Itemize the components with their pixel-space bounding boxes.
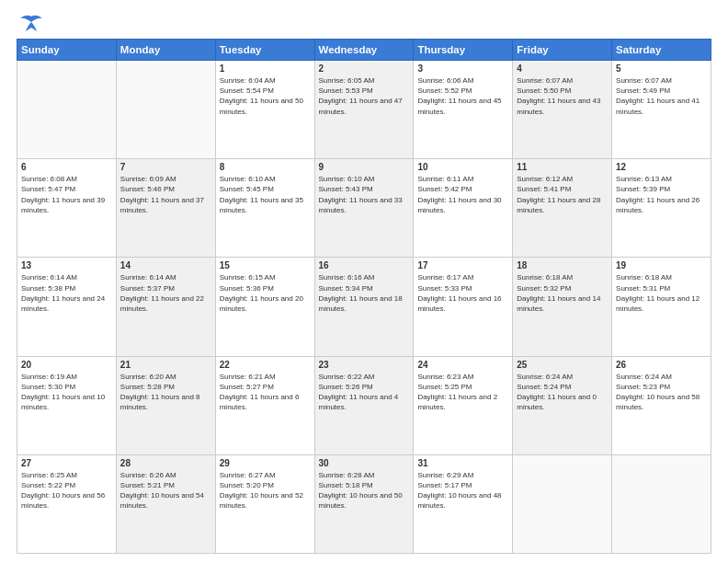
calendar-cell: 8Sunrise: 6:10 AMSunset: 5:45 PMDaylight…: [215, 159, 314, 258]
cell-info: Sunrise: 6:11 AMSunset: 5:42 PMDaylight:…: [417, 174, 508, 215]
day-number: 11: [517, 162, 608, 172]
cell-info: Sunrise: 6:15 AMSunset: 5:36 PMDaylight:…: [220, 272, 311, 314]
calendar-cell: 17Sunrise: 6:17 AMSunset: 5:33 PMDayligh…: [414, 258, 513, 356]
day-number: 15: [220, 260, 311, 270]
logo: [17, 15, 44, 31]
day-number: 24: [417, 360, 508, 370]
cell-info: Sunrise: 6:17 AMSunset: 5:33 PMDaylight:…: [417, 272, 508, 314]
cell-info: Sunrise: 6:08 AMSunset: 5:47 PMDaylight:…: [21, 174, 112, 215]
day-number: 5: [616, 63, 707, 74]
day-number: 6: [21, 162, 112, 172]
calendar-cell: 2Sunrise: 6:05 AMSunset: 5:53 PMDaylight…: [314, 61, 414, 159]
cell-info: Sunrise: 6:07 AMSunset: 5:50 PMDaylight:…: [517, 75, 608, 117]
day-number: 12: [616, 162, 707, 172]
calendar-cell: [116, 61, 215, 159]
day-number: 22: [220, 360, 311, 370]
calendar-cell: 5Sunrise: 6:07 AMSunset: 5:49 PMDaylight…: [612, 61, 711, 159]
calendar-cell: 30Sunrise: 6:28 AMSunset: 5:18 PMDayligh…: [314, 454, 414, 553]
calendar-cell: 31Sunrise: 6:29 AMSunset: 5:17 PMDayligh…: [414, 454, 513, 553]
calendar-week-3: 13Sunrise: 6:14 AMSunset: 5:38 PMDayligh…: [17, 258, 711, 356]
day-number: 20: [21, 360, 112, 370]
calendar-cell: 15Sunrise: 6:15 AMSunset: 5:36 PMDayligh…: [215, 258, 314, 356]
cell-info: Sunrise: 6:27 AMSunset: 5:20 PMDaylight:…: [220, 470, 311, 511]
calendar-cell: 13Sunrise: 6:14 AMSunset: 5:38 PMDayligh…: [17, 258, 117, 356]
cell-info: Sunrise: 6:04 AMSunset: 5:54 PMDaylight:…: [220, 75, 311, 117]
cell-info: Sunrise: 6:19 AMSunset: 5:30 PMDaylight:…: [21, 372, 112, 413]
cell-info: Sunrise: 6:18 AMSunset: 5:31 PMDaylight:…: [616, 272, 707, 314]
calendar-cell: 29Sunrise: 6:27 AMSunset: 5:20 PMDayligh…: [215, 454, 314, 553]
calendar-cell: 4Sunrise: 6:07 AMSunset: 5:50 PMDaylight…: [513, 61, 612, 159]
cell-info: Sunrise: 6:20 AMSunset: 5:28 PMDaylight:…: [120, 372, 211, 413]
cell-info: Sunrise: 6:28 AMSunset: 5:18 PMDaylight:…: [319, 470, 410, 511]
calendar-cell: 27Sunrise: 6:25 AMSunset: 5:22 PMDayligh…: [17, 454, 117, 553]
calendar-cell: 12Sunrise: 6:13 AMSunset: 5:39 PMDayligh…: [612, 159, 711, 258]
calendar-week-4: 20Sunrise: 6:19 AMSunset: 5:30 PMDayligh…: [17, 356, 711, 454]
day-number: 3: [417, 63, 508, 74]
calendar-cell: 16Sunrise: 6:16 AMSunset: 5:34 PMDayligh…: [314, 258, 414, 356]
cell-info: Sunrise: 6:10 AMSunset: 5:45 PMDaylight:…: [220, 174, 311, 215]
day-number: 27: [21, 458, 112, 468]
cell-info: Sunrise: 6:10 AMSunset: 5:43 PMDaylight:…: [319, 174, 410, 215]
weekday-header-row: SundayMondayTuesdayWednesdayThursdayFrid…: [17, 40, 711, 61]
day-number: 16: [319, 260, 410, 270]
day-number: 21: [120, 360, 211, 370]
calendar-week-2: 6Sunrise: 6:08 AMSunset: 5:47 PMDaylight…: [17, 159, 711, 258]
day-number: 19: [616, 260, 707, 270]
calendar-cell: 10Sunrise: 6:11 AMSunset: 5:42 PMDayligh…: [414, 159, 513, 258]
calendar-cell: 3Sunrise: 6:06 AMSunset: 5:52 PMDaylight…: [414, 61, 513, 159]
day-number: 8: [220, 162, 311, 172]
calendar-cell: 11Sunrise: 6:12 AMSunset: 5:41 PMDayligh…: [513, 159, 612, 258]
header: [17, 15, 711, 31]
day-number: 29: [220, 458, 311, 468]
cell-info: Sunrise: 6:21 AMSunset: 5:27 PMDaylight:…: [220, 372, 311, 413]
calendar-week-1: 1Sunrise: 6:04 AMSunset: 5:54 PMDaylight…: [17, 61, 711, 159]
cell-info: Sunrise: 6:22 AMSunset: 5:26 PMDaylight:…: [319, 372, 410, 413]
day-number: 13: [21, 260, 112, 270]
weekday-header-saturday: Saturday: [612, 40, 711, 61]
day-number: 31: [417, 458, 508, 468]
day-number: 4: [517, 63, 608, 74]
day-number: 9: [319, 162, 410, 172]
calendar-cell: 23Sunrise: 6:22 AMSunset: 5:26 PMDayligh…: [314, 356, 414, 454]
cell-info: Sunrise: 6:24 AMSunset: 5:24 PMDaylight:…: [517, 372, 608, 413]
calendar-cell: 22Sunrise: 6:21 AMSunset: 5:27 PMDayligh…: [215, 356, 314, 454]
calendar-cell: 9Sunrise: 6:10 AMSunset: 5:43 PMDaylight…: [314, 159, 414, 258]
cell-info: Sunrise: 6:07 AMSunset: 5:49 PMDaylight:…: [616, 75, 707, 117]
calendar-cell: 14Sunrise: 6:14 AMSunset: 5:37 PMDayligh…: [116, 258, 215, 356]
calendar-cell: 26Sunrise: 6:24 AMSunset: 5:23 PMDayligh…: [612, 356, 711, 454]
calendar-week-5: 27Sunrise: 6:25 AMSunset: 5:22 PMDayligh…: [17, 454, 711, 553]
cell-info: Sunrise: 6:29 AMSunset: 5:17 PMDaylight:…: [417, 470, 508, 511]
weekday-header-thursday: Thursday: [414, 40, 513, 61]
calendar-cell: 21Sunrise: 6:20 AMSunset: 5:28 PMDayligh…: [116, 356, 215, 454]
cell-info: Sunrise: 6:26 AMSunset: 5:21 PMDaylight:…: [120, 470, 211, 511]
cell-info: Sunrise: 6:09 AMSunset: 5:46 PMDaylight:…: [120, 174, 211, 215]
cell-info: Sunrise: 6:06 AMSunset: 5:52 PMDaylight:…: [417, 75, 508, 117]
calendar-cell: 7Sunrise: 6:09 AMSunset: 5:46 PMDaylight…: [116, 159, 215, 258]
calendar-cell: 18Sunrise: 6:18 AMSunset: 5:32 PMDayligh…: [513, 258, 612, 356]
calendar-cell: 19Sunrise: 6:18 AMSunset: 5:31 PMDayligh…: [612, 258, 711, 356]
cell-info: Sunrise: 6:24 AMSunset: 5:23 PMDaylight:…: [616, 372, 707, 413]
calendar-cell: 20Sunrise: 6:19 AMSunset: 5:30 PMDayligh…: [17, 356, 117, 454]
day-number: 1: [220, 63, 311, 74]
cell-info: Sunrise: 6:16 AMSunset: 5:34 PMDaylight:…: [319, 272, 410, 314]
day-number: 25: [517, 360, 608, 370]
day-number: 10: [417, 162, 508, 172]
calendar-cell: [17, 61, 117, 159]
calendar-cell: [612, 454, 711, 553]
cell-info: Sunrise: 6:23 AMSunset: 5:25 PMDaylight:…: [417, 372, 508, 413]
calendar-cell: [513, 454, 612, 553]
day-number: 30: [319, 458, 410, 468]
weekday-header-tuesday: Tuesday: [215, 40, 314, 61]
cell-info: Sunrise: 6:18 AMSunset: 5:32 PMDaylight:…: [517, 272, 608, 314]
weekday-header-friday: Friday: [513, 40, 612, 61]
day-number: 18: [517, 260, 608, 270]
day-number: 2: [319, 63, 410, 74]
cell-info: Sunrise: 6:14 AMSunset: 5:37 PMDaylight:…: [120, 272, 211, 314]
day-number: 17: [417, 260, 508, 270]
calendar-cell: 6Sunrise: 6:08 AMSunset: 5:47 PMDaylight…: [17, 159, 117, 258]
calendar-table: SundayMondayTuesdayWednesdayThursdayFrid…: [17, 39, 711, 554]
cell-info: Sunrise: 6:14 AMSunset: 5:38 PMDaylight:…: [21, 272, 112, 314]
day-number: 23: [319, 360, 410, 370]
logo-bird-icon: [18, 15, 44, 33]
cell-info: Sunrise: 6:05 AMSunset: 5:53 PMDaylight:…: [319, 75, 410, 117]
